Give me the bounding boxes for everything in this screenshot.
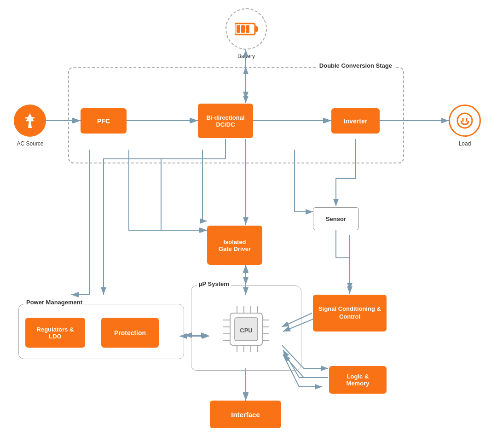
svg-point-20 bbox=[457, 113, 472, 128]
battery-icon bbox=[235, 22, 258, 36]
cpu-icon: CPU bbox=[219, 302, 274, 357]
signal-conditioning-block: Signal Conditioning & Control bbox=[313, 295, 387, 332]
battery-container bbox=[225, 8, 267, 50]
pfc-block: PFC bbox=[81, 108, 127, 134]
svg-rect-14 bbox=[237, 25, 240, 33]
tower-icon bbox=[21, 111, 39, 130]
regulators-block: Regulators & LDO bbox=[25, 318, 85, 348]
battery-label: Battery bbox=[225, 53, 267, 59]
load-label: Load bbox=[449, 140, 481, 147]
double-conversion-label: Double Conversion Stage bbox=[318, 62, 394, 69]
svg-rect-13 bbox=[255, 26, 258, 32]
svg-rect-15 bbox=[241, 25, 245, 33]
svg-rect-16 bbox=[246, 25, 249, 33]
plug-icon bbox=[457, 112, 473, 129]
svg-text:CPU: CPU bbox=[240, 327, 252, 334]
inverter-block: Inverter bbox=[331, 108, 380, 134]
isolated-gate-driver-block: Isolated Gate Driver bbox=[207, 226, 262, 265]
up-system-label: µP System bbox=[197, 280, 231, 287]
sensor-block: Sensor bbox=[313, 207, 359, 230]
diagram: Battery Double Conversion Stage PFC Bi-d… bbox=[0, 0, 497, 448]
ac-source-label: AC Source bbox=[13, 140, 47, 147]
protection-block: Protection bbox=[101, 318, 159, 348]
load-icon bbox=[449, 105, 481, 137]
bidirectional-block: Bi-directional DC/DC bbox=[198, 104, 253, 138]
ac-source-icon bbox=[14, 105, 46, 137]
logic-memory-block: Logic & Memory bbox=[329, 366, 387, 394]
cpu-container: CPU bbox=[202, 295, 290, 364]
power-management-label: Power Management bbox=[24, 299, 84, 306]
interface-block: Interface bbox=[210, 401, 281, 428]
